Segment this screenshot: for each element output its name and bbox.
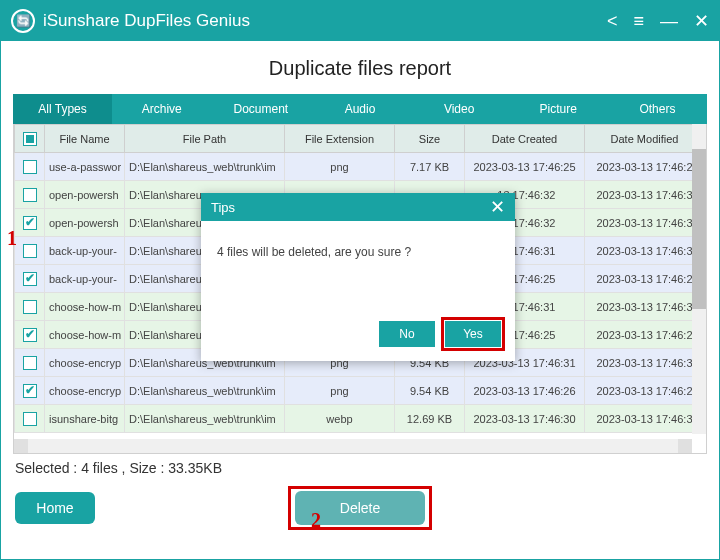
minimize-icon[interactable]: —: [660, 11, 678, 32]
cell-date-modified: 2023-03-13 17:46:3: [585, 181, 705, 209]
table-row[interactable]: isunshare-bitgD:\Elan\shareus_web\trunk\…: [15, 405, 705, 433]
delete-highlight: Delete: [288, 486, 432, 530]
bottom-bar: Home Delete: [1, 476, 719, 540]
table-row[interactable]: choose-encrypD:\Elan\shareus_web\trunk\i…: [15, 377, 705, 405]
cell-date-modified: 2023-03-13 17:46:3: [585, 209, 705, 237]
tab-all-types[interactable]: All Types: [13, 94, 112, 124]
cell-date-modified: 2023-03-13 17:46:2: [585, 321, 705, 349]
cell-date-modified: 2023-03-13 17:46:3: [585, 349, 705, 377]
cell-file-name: open-powersh: [45, 209, 125, 237]
dialog-header: Tips ✕: [201, 193, 515, 221]
selection-status: Selected : 4 files , Size : 33.35KB: [15, 460, 705, 476]
cell-file-path: D:\Elan\shareus_web\trunk\im: [125, 153, 285, 181]
delete-button[interactable]: Delete: [295, 491, 425, 525]
home-button[interactable]: Home: [15, 492, 95, 524]
cell-file-name: open-powersh: [45, 181, 125, 209]
cell-file-name: back-up-your-: [45, 237, 125, 265]
header-checkbox[interactable]: [15, 125, 45, 153]
cell-file-extension: png: [285, 153, 395, 181]
row-checkbox[interactable]: [23, 356, 37, 370]
cell-file-path: D:\Elan\shareus_web\trunk\im: [125, 405, 285, 433]
header-date-modified[interactable]: Date Modified: [585, 125, 705, 153]
tab-audio[interactable]: Audio: [310, 94, 409, 124]
cell-file-name: choose-how-m: [45, 321, 125, 349]
cell-file-extension: webp: [285, 405, 395, 433]
menu-icon[interactable]: ≡: [633, 11, 644, 32]
dialog-close-icon[interactable]: ✕: [490, 196, 505, 218]
cell-date-created: 2023-03-13 17:46:30: [465, 405, 585, 433]
cell-date-modified: 2023-03-13 17:46:3: [585, 237, 705, 265]
cell-date-modified: 2023-03-13 17:46:3: [585, 293, 705, 321]
header-file-extension[interactable]: File Extension: [285, 125, 395, 153]
cell-date-modified: 2023-03-13 17:46:3: [585, 405, 705, 433]
row-checkbox[interactable]: [23, 160, 37, 174]
cell-size: 12.69 KB: [395, 405, 465, 433]
cell-date-created: 2023-03-13 17:46:25: [465, 153, 585, 181]
dialog-title: Tips: [211, 200, 235, 215]
title-bar: 🔄 iSunshare DupFiles Genius < ≡ — ✕: [1, 1, 719, 41]
tab-picture[interactable]: Picture: [509, 94, 608, 124]
cell-file-extension: png: [285, 377, 395, 405]
tab-archive[interactable]: Archive: [112, 94, 211, 124]
cell-date-modified: 2023-03-13 17:46:2: [585, 377, 705, 405]
tab-document[interactable]: Document: [211, 94, 310, 124]
row-checkbox[interactable]: [23, 216, 37, 230]
app-logo-icon: 🔄: [11, 9, 35, 33]
row-checkbox[interactable]: [23, 300, 37, 314]
row-checkbox[interactable]: [23, 272, 37, 286]
cell-size: 9.54 KB: [395, 377, 465, 405]
table-row[interactable]: use-a-passworD:\Elan\shareus_web\trunk\i…: [15, 153, 705, 181]
type-tabs: All Types Archive Document Audio Video P…: [13, 94, 707, 124]
header-date-created[interactable]: Date Created: [465, 125, 585, 153]
no-button[interactable]: No: [379, 321, 435, 347]
yes-highlight: Yes: [441, 317, 505, 351]
row-checkbox[interactable]: [23, 412, 37, 426]
tab-others[interactable]: Others: [608, 94, 707, 124]
cell-date-modified: 2023-03-13 17:46:2: [585, 265, 705, 293]
header-file-name[interactable]: File Name: [45, 125, 125, 153]
row-checkbox[interactable]: [23, 328, 37, 342]
share-icon[interactable]: <: [607, 11, 618, 32]
yes-button[interactable]: Yes: [445, 321, 501, 347]
row-checkbox[interactable]: [23, 244, 37, 258]
row-checkbox[interactable]: [23, 384, 37, 398]
cell-size: 7.17 KB: [395, 153, 465, 181]
close-icon[interactable]: ✕: [694, 10, 709, 32]
cell-file-name: choose-how-m: [45, 293, 125, 321]
cell-file-name: back-up-your-: [45, 265, 125, 293]
cell-file-path: D:\Elan\shareus_web\trunk\im: [125, 377, 285, 405]
row-checkbox[interactable]: [23, 188, 37, 202]
cell-file-name: use-a-passwor: [45, 153, 125, 181]
cell-date-created: 2023-03-13 17:46:26: [465, 377, 585, 405]
cell-file-name: choose-encryp: [45, 349, 125, 377]
dialog-message: 4 files will be deleted, are you sure ?: [201, 221, 515, 321]
horizontal-scrollbar[interactable]: [14, 439, 692, 453]
confirm-dialog: Tips ✕ 4 files will be deleted, are you …: [201, 193, 515, 361]
header-file-path[interactable]: File Path: [125, 125, 285, 153]
cell-file-name: isunshare-bitg: [45, 405, 125, 433]
app-title: iSunshare DupFiles Genius: [43, 11, 607, 31]
cell-file-name: choose-encryp: [45, 377, 125, 405]
header-size[interactable]: Size: [395, 125, 465, 153]
page-title: Duplicate files report: [1, 41, 719, 94]
vertical-scrollbar-thumb[interactable]: [692, 149, 706, 309]
cell-date-modified: 2023-03-13 17:46:2: [585, 153, 705, 181]
tab-video[interactable]: Video: [410, 94, 509, 124]
